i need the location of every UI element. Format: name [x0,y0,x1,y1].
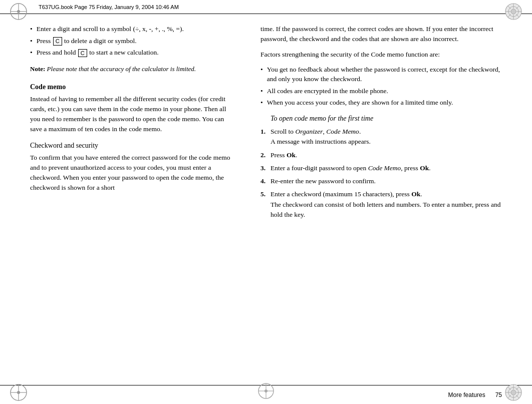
page-container: T637UG.book Page 75 Friday, January 9, 2… [0,0,532,404]
svg-point-6 [511,9,516,14]
corner-tr-icon [504,2,523,21]
list-item: Enter a digit and scroll to a symbol (÷,… [30,24,230,34]
open-heading: To open code memo for the first time [271,115,507,123]
bullet-list-top: Enter a digit and scroll to a symbol (÷,… [30,24,230,58]
code-memo-body: Instead of having to remember all the di… [30,94,230,135]
code-memo-section: Code memo Instead of having to remember … [30,83,230,135]
checkword-section: Checkword and security To confirm that y… [30,142,230,193]
list-item: Press C to delete a digit or symbol. [30,36,230,46]
note-block: Note: Please note that the accuracy of t… [30,65,230,74]
corner-bl-icon [9,383,28,402]
footer-page: 75 [495,391,502,398]
list-item: You get no feedback about whether the pa… [260,65,507,84]
content-area: Enter a digit and scroll to a symbol (÷,… [0,14,532,384]
factors-text: Factors strengthening the security of th… [260,50,507,60]
press-label: Press [37,37,53,45]
right-column: time. If the password is correct, the co… [255,24,507,374]
step-4: 4. Re-enter the new password to confirm. [260,176,507,186]
key-c-new: C [78,49,87,57]
step-1: 1. Scroll to Organizer, Code Memo. A mes… [260,127,507,147]
step-3: 3. Enter a four-digit password to open C… [260,163,507,173]
corner-tl-icon [9,2,28,21]
svg-point-33 [264,389,268,392]
svg-point-3 [17,10,20,13]
header-bar: T637UG.book Page 75 Friday, January 9, 2… [0,0,532,14]
intro-text: time. If the password is correct, the co… [260,24,507,45]
note-label: Note: [30,65,45,73]
list-item: All codes are encrypted in the mobile ph… [260,86,507,96]
left-column: Enter a digit and scroll to a symbol (÷,… [30,24,240,374]
header-text: T637UG.book Page 75 Friday, January 9, 2… [39,4,179,10]
right-bullet-list: You get no feedback about whether the pa… [260,65,507,108]
open-heading-text: To open code memo for the first time [271,115,373,122]
svg-point-18 [17,391,20,394]
corner-br-icon [504,383,523,402]
code-memo-heading: Code memo [30,83,230,91]
note-content: Please note that the accuracy of the cal… [47,65,196,73]
footer-label: More features [448,391,485,398]
list-item: When you access your codes, they are sho… [260,98,507,108]
checkword-heading: Checkword and security [30,142,230,150]
step-2: 2. Press Ok. [260,150,507,160]
checkword-body: To confirm that you have entered the cor… [30,153,230,193]
list-item: Press and hold C to start a new calculat… [30,48,230,58]
key-c-delete: C [53,37,62,45]
bottom-center-icon [257,382,275,400]
steps-list: 1. Scroll to Organizer, Code Memo. A mes… [260,127,507,220]
step-5: 5. Enter a checkword (maximum 15 charact… [260,189,507,220]
svg-point-21 [511,390,516,395]
